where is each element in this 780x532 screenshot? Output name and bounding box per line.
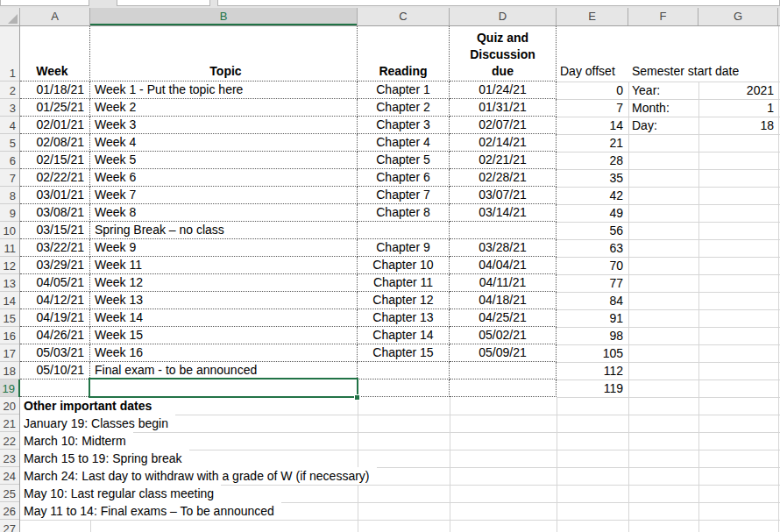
column-header-B[interactable]: B bbox=[90, 8, 358, 25]
row-header-8[interactable]: 8 bbox=[0, 187, 19, 204]
cell-A15[interactable]: 04/19/21 bbox=[20, 309, 90, 327]
row-header-12[interactable]: 12 bbox=[0, 257, 19, 274]
cell-A5[interactable]: 02/08/21 bbox=[20, 134, 90, 152]
cell-A4[interactable]: 02/01/21 bbox=[20, 117, 90, 134]
fill-handle[interactable] bbox=[354, 394, 360, 401]
cell-G2[interactable]: 2021 bbox=[698, 82, 778, 99]
column-header-F[interactable]: F bbox=[628, 8, 698, 25]
cell-E13[interactable]: 77 bbox=[557, 274, 628, 292]
cell-C19[interactable] bbox=[358, 379, 450, 397]
cell-F1[interactable]: Semester start date bbox=[628, 26, 744, 82]
cell-A8[interactable]: 03/01/21 bbox=[20, 187, 90, 204]
row-header-15[interactable]: 15 bbox=[0, 309, 19, 327]
cell-B7[interactable]: Week 6 bbox=[90, 169, 358, 187]
select-all-corner[interactable] bbox=[0, 8, 20, 25]
cell-A16[interactable]: 04/26/21 bbox=[20, 327, 90, 344]
cell-E16[interactable]: 98 bbox=[557, 327, 628, 344]
cell-E17[interactable]: 105 bbox=[557, 344, 628, 362]
cell-B10[interactable]: Spring Break – no class bbox=[90, 222, 358, 239]
row-header-24[interactable]: 24 bbox=[0, 467, 19, 485]
cell-E4[interactable]: 14 bbox=[557, 117, 628, 134]
cell-B4[interactable]: Week 3 bbox=[90, 117, 358, 134]
cell-C18[interactable] bbox=[358, 362, 450, 379]
row-header-4[interactable]: 4 bbox=[0, 117, 19, 134]
cell-A23[interactable]: March 15 to 19: Spring break bbox=[20, 450, 189, 467]
cell-A10[interactable]: 03/15/21 bbox=[20, 222, 90, 239]
cell-B17[interactable]: Week 16 bbox=[90, 344, 358, 362]
row-header-27[interactable]: 27 bbox=[0, 520, 19, 532]
cell-B15[interactable]: Week 14 bbox=[90, 309, 358, 327]
row-header-23[interactable]: 23 bbox=[0, 450, 19, 467]
row-header-14[interactable]: 14 bbox=[0, 292, 19, 309]
row-header-13[interactable]: 13 bbox=[0, 274, 19, 292]
cell-B6[interactable]: Week 5 bbox=[90, 152, 358, 169]
column-header-D[interactable]: D bbox=[450, 8, 557, 25]
cell-E6[interactable]: 28 bbox=[557, 152, 628, 169]
cell-D10[interactable] bbox=[450, 222, 557, 239]
cell-D13[interactable]: 04/11/21 bbox=[450, 274, 557, 292]
cell-D12[interactable]: 04/04/21 bbox=[450, 257, 557, 274]
cell-B1[interactable]: Topic bbox=[90, 26, 358, 82]
cell-D6[interactable]: 02/21/21 bbox=[450, 152, 557, 169]
row-header-5[interactable]: 5 bbox=[0, 134, 19, 152]
cell-C16[interactable]: Chapter 14 bbox=[358, 327, 450, 344]
cell-A9[interactable]: 03/08/21 bbox=[20, 204, 90, 222]
cell-E1[interactable]: Day offset bbox=[557, 26, 628, 82]
cell-C14[interactable]: Chapter 12 bbox=[358, 292, 450, 309]
cell-C7[interactable]: Chapter 6 bbox=[358, 169, 450, 187]
cell-E9[interactable]: 49 bbox=[557, 204, 628, 222]
cell-E7[interactable]: 35 bbox=[557, 169, 628, 187]
row-header-16[interactable]: 16 bbox=[0, 327, 19, 344]
row-header-2[interactable]: 2 bbox=[0, 82, 19, 99]
cell-C12[interactable]: Chapter 10 bbox=[358, 257, 450, 274]
row-header-18[interactable]: 18 bbox=[0, 362, 19, 379]
cell-A1[interactable]: Week bbox=[20, 26, 90, 82]
cell-B8[interactable]: Week 7 bbox=[90, 187, 358, 204]
cell-C1[interactable]: Reading bbox=[358, 26, 450, 82]
row-header-19[interactable]: 19 bbox=[0, 379, 20, 397]
cell-A17[interactable]: 05/03/21 bbox=[20, 344, 90, 362]
cell-E18[interactable]: 112 bbox=[557, 362, 628, 379]
cell-D11[interactable]: 03/28/21 bbox=[450, 239, 557, 257]
row-header-3[interactable]: 3 bbox=[0, 99, 19, 117]
cell-E19[interactable]: 119 bbox=[557, 379, 628, 397]
row-header-10[interactable]: 10 bbox=[0, 222, 19, 239]
cell-B5[interactable]: Week 4 bbox=[90, 134, 358, 152]
row-header-6[interactable]: 6 bbox=[0, 152, 19, 169]
cell-A7[interactable]: 02/22/21 bbox=[20, 169, 90, 187]
cell-C9[interactable]: Chapter 8 bbox=[358, 204, 450, 222]
cell-C4[interactable]: Chapter 3 bbox=[358, 117, 450, 134]
row-header-25[interactable]: 25 bbox=[0, 485, 19, 502]
cell-A12[interactable]: 03/29/21 bbox=[20, 257, 90, 274]
cell-D15[interactable]: 04/25/21 bbox=[450, 309, 557, 327]
cell-C10[interactable] bbox=[358, 222, 450, 239]
cell-E10[interactable]: 56 bbox=[557, 222, 628, 239]
cell-B14[interactable]: Week 13 bbox=[90, 292, 358, 309]
cell-E11[interactable]: 63 bbox=[557, 239, 628, 257]
cell-B2[interactable]: Week 1 - Put the topic here bbox=[90, 82, 358, 99]
cell-E15[interactable]: 91 bbox=[557, 309, 628, 327]
cell-A3[interactable]: 01/25/21 bbox=[20, 99, 90, 117]
cell-D7[interactable]: 02/28/21 bbox=[450, 169, 557, 187]
cell-A21[interactable]: January 19: Classes begin bbox=[20, 415, 175, 432]
cell-F2[interactable]: Year: bbox=[628, 82, 698, 99]
cell-C6[interactable]: Chapter 5 bbox=[358, 152, 450, 169]
cell-B9[interactable]: Week 8 bbox=[90, 204, 358, 222]
cell-E14[interactable]: 84 bbox=[557, 292, 628, 309]
row-header-17[interactable]: 17 bbox=[0, 344, 19, 362]
row-header-1[interactable]: 1 bbox=[0, 26, 19, 82]
cell-E8[interactable]: 42 bbox=[557, 187, 628, 204]
cell-F4[interactable]: Day: bbox=[628, 117, 698, 134]
cell-C3[interactable]: Chapter 2 bbox=[358, 99, 450, 117]
cell-F3[interactable]: Month: bbox=[628, 99, 698, 117]
cell-A24[interactable]: March 24: Last day to withdraw with a gr… bbox=[20, 467, 377, 485]
cell-E12[interactable]: 70 bbox=[557, 257, 628, 274]
cell-G4[interactable]: 18 bbox=[698, 117, 778, 134]
column-header-G[interactable]: G bbox=[698, 8, 778, 25]
cell-D5[interactable]: 02/14/21 bbox=[450, 134, 557, 152]
cell-A13[interactable]: 04/05/21 bbox=[20, 274, 90, 292]
cell-B12[interactable]: Week 11 bbox=[90, 257, 358, 274]
cell-D17[interactable]: 05/09/21 bbox=[450, 344, 557, 362]
row-header-22[interactable]: 22 bbox=[0, 432, 19, 450]
cell-A14[interactable]: 04/12/21 bbox=[20, 292, 90, 309]
